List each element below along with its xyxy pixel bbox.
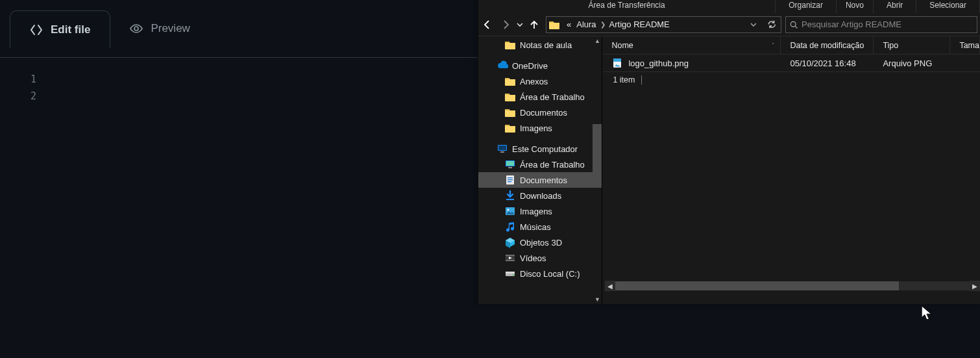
nav-label: Área de Trabalho bbox=[520, 92, 585, 102]
column-label: Nome bbox=[611, 41, 633, 50]
navigation-pane: ▲ Notas de aula OneDrive Anexos Área bbox=[478, 36, 602, 304]
nav-item-disco-local-c[interactable]: Disco Local (C:) bbox=[478, 266, 602, 281]
ribbon-group-labels: Área de Transferência Organizar Novo Abr… bbox=[478, 0, 980, 13]
file-type: Arquivo PNG bbox=[874, 58, 950, 68]
image-icon bbox=[504, 205, 516, 217]
nav-item-imagens-od[interactable]: Imagens bbox=[478, 120, 602, 136]
nav-recent-button[interactable] bbox=[515, 16, 525, 34]
status-bar: 1 item bbox=[602, 71, 980, 87]
column-header-type[interactable]: Tipo bbox=[874, 36, 950, 54]
nav-label: Área de Trabalho bbox=[520, 160, 585, 170]
nav-up-button[interactable] bbox=[525, 16, 543, 34]
nav-label: Imagens bbox=[520, 207, 552, 216]
status-separator bbox=[641, 75, 642, 84]
nav-back-button[interactable] bbox=[478, 16, 496, 34]
nav-label: Disco Local (C:) bbox=[520, 269, 580, 279]
chevron-right-icon: ❯ bbox=[599, 21, 607, 28]
monitor-icon bbox=[504, 159, 516, 170]
nav-item-area-trabalho-od[interactable]: Área de Trabalho bbox=[478, 89, 602, 105]
nav-item-anexos[interactable]: Anexos bbox=[478, 73, 602, 89]
refresh-button[interactable] bbox=[761, 16, 781, 34]
download-icon bbox=[504, 190, 516, 201]
music-icon bbox=[504, 221, 516, 233]
nav-item-musicas[interactable]: Músicas bbox=[478, 219, 602, 235]
nav-item-este-computador[interactable]: Este Computador bbox=[478, 141, 602, 157]
address-dropdown-button[interactable] bbox=[746, 16, 761, 34]
document-icon bbox=[504, 174, 516, 186]
tab-edit-file[interactable]: Edit file bbox=[10, 10, 110, 48]
hscroll-right-button[interactable]: ▶ bbox=[970, 281, 980, 291]
pc-icon bbox=[496, 143, 508, 155]
column-header-date[interactable]: Data de modificação bbox=[781, 36, 874, 54]
file-list-pane: Nome ˄ Data de modificação Tipo Tama log… bbox=[602, 36, 980, 304]
file-explorer-window: Área de Transferência Organizar Novo Abr… bbox=[478, 0, 980, 304]
nav-item-objetos-3d[interactable]: Objetos 3D bbox=[478, 235, 602, 250]
video-icon bbox=[504, 252, 516, 264]
column-label: Tipo bbox=[883, 41, 898, 50]
refresh-icon bbox=[766, 19, 776, 29]
column-header-size[interactable]: Tama bbox=[950, 36, 980, 54]
breadcrumb-alura[interactable]: Alura bbox=[574, 19, 598, 29]
arrow-up-icon bbox=[529, 19, 539, 30]
search-placeholder: Pesquisar Artigo README bbox=[802, 19, 901, 29]
ribbon-group-select: Selecionar bbox=[916, 0, 980, 13]
column-label: Tama bbox=[959, 41, 979, 50]
ribbon-group-clipboard: Área de Transferência bbox=[478, 0, 776, 13]
nav-label: Imagens bbox=[520, 123, 552, 133]
nav-item-videos[interactable]: Vídeos bbox=[478, 250, 602, 266]
nav-label: OneDrive bbox=[512, 61, 548, 71]
line-number: 2 bbox=[0, 90, 52, 102]
address-bar-row: « Alura ❯ Artigo README Pesquisar Artigo… bbox=[478, 13, 980, 36]
chevron-down-icon bbox=[750, 21, 757, 28]
code-icon bbox=[30, 23, 43, 36]
file-date: 05/10/2021 16:48 bbox=[781, 58, 874, 68]
line-number: 1 bbox=[0, 73, 52, 85]
nav-label: Documentos bbox=[520, 175, 567, 185]
eye-icon bbox=[130, 22, 143, 35]
search-input[interactable]: Pesquisar Artigo README bbox=[785, 16, 977, 33]
nav-item-downloads[interactable]: Downloads bbox=[478, 188, 602, 203]
column-label: Data de modificação bbox=[790, 41, 864, 50]
column-headers: Nome ˄ Data de modificação Tipo Tama bbox=[602, 36, 980, 55]
scroll-up-button[interactable]: ▲ bbox=[593, 36, 602, 45]
nav-item-documentos-od[interactable]: Documentos bbox=[478, 105, 602, 120]
nav-item-documentos-pc[interactable]: Documentos bbox=[478, 172, 602, 188]
folder-icon bbox=[504, 122, 516, 134]
folder-icon bbox=[504, 75, 516, 87]
nav-label: Downloads bbox=[520, 191, 561, 201]
tab-preview[interactable]: Preview bbox=[110, 10, 209, 47]
scroll-down-button[interactable]: ▼ bbox=[593, 295, 602, 304]
sort-caret-icon: ˄ bbox=[772, 42, 775, 49]
hscroll-thumb[interactable] bbox=[615, 281, 898, 290]
nav-forward-button[interactable] bbox=[496, 16, 515, 34]
file-row[interactable]: logo_github.png 05/10/2021 16:48 Arquivo… bbox=[602, 55, 980, 71]
ribbon-group-new: Novo bbox=[837, 0, 874, 13]
nav-label: Músicas bbox=[520, 222, 551, 232]
nav-label: Notas de aula bbox=[520, 40, 572, 50]
nav-item-area-trabalho-pc[interactable]: Área de Trabalho bbox=[478, 157, 602, 172]
address-bar[interactable]: « Alura ❯ Artigo README bbox=[546, 16, 781, 33]
nav-label: Vídeos bbox=[520, 253, 546, 263]
horizontal-scrollbar: ◀ ▶ bbox=[605, 281, 980, 291]
search-icon bbox=[786, 20, 802, 29]
arrow-left-icon bbox=[482, 19, 493, 30]
folder-icon bbox=[504, 107, 516, 118]
column-header-name[interactable]: Nome ˄ bbox=[602, 36, 781, 54]
status-item-count: 1 item bbox=[613, 75, 635, 84]
cube-icon bbox=[504, 237, 516, 248]
breadcrumb-artigo-readme[interactable]: Artigo README bbox=[607, 19, 672, 29]
file-name: logo_github.png bbox=[628, 58, 689, 68]
drive-icon bbox=[504, 268, 516, 279]
hscroll-track[interactable] bbox=[615, 281, 970, 290]
chevron-down-icon bbox=[517, 21, 523, 28]
nav-label: Este Computador bbox=[512, 144, 578, 154]
nav-item-notas-de-aula[interactable]: Notas de aula bbox=[478, 37, 602, 53]
nav-item-imagens-pc[interactable]: Imagens bbox=[478, 203, 602, 219]
hscroll-left-button[interactable]: ◀ bbox=[605, 281, 615, 291]
cloud-icon bbox=[496, 60, 508, 71]
nav-label: Anexos bbox=[520, 77, 548, 86]
nav-item-onedrive[interactable]: OneDrive bbox=[478, 58, 602, 73]
nav-label: Objetos 3D bbox=[520, 238, 562, 248]
breadcrumb-overflow[interactable]: « bbox=[564, 19, 574, 29]
navpane-scrollbar-thumb[interactable] bbox=[593, 124, 602, 180]
